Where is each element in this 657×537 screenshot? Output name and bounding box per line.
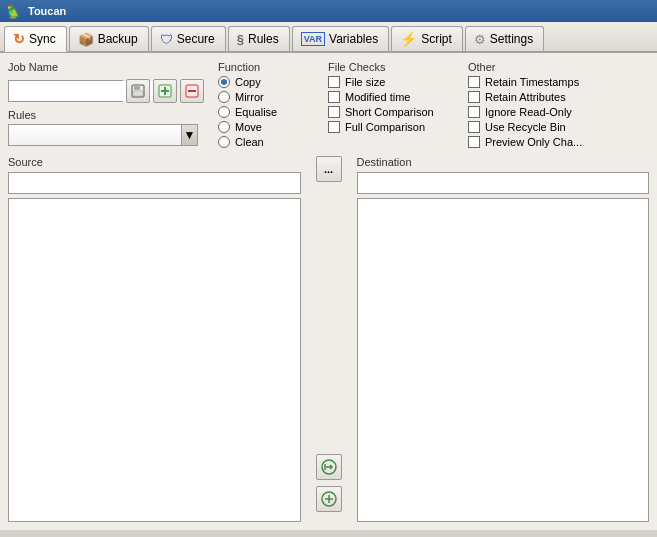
destination-path-input[interactable] [357, 172, 650, 194]
check-file-size[interactable]: File size [328, 76, 458, 88]
radio-copy[interactable]: Copy [218, 76, 318, 88]
radio-mirror[interactable]: Mirror [218, 91, 318, 103]
top-section: Job Name ▼ [8, 61, 649, 148]
check-retain-timestamps[interactable]: Retain Timestamps [468, 76, 598, 88]
check-use-recycle-bin[interactable]: Use Recycle Bin [468, 121, 598, 133]
svg-rect-2 [133, 91, 143, 96]
bottom-section: Source ... [8, 156, 649, 522]
check-short-comparison[interactable]: Short Comparison [328, 106, 458, 118]
sync-icon: ↻ [13, 31, 25, 47]
other-panel: Other Retain Timestamps Retain Attribute… [468, 61, 598, 148]
tab-settings[interactable]: ⚙ Settings [465, 26, 544, 51]
destination-panel: Destination [357, 156, 650, 522]
radio-clean[interactable]: Clean [218, 136, 318, 148]
destination-label: Destination [357, 156, 650, 168]
function-panel: Function Copy Mirror Equalise Move Clean [218, 61, 318, 148]
source-path-row [8, 172, 301, 194]
check-full-comparison[interactable]: Full Comparison [328, 121, 458, 133]
rules-icon: § [237, 32, 244, 47]
source-file-list [8, 198, 301, 522]
middle-controls: ... [311, 156, 347, 522]
remove-job-button[interactable] [180, 79, 204, 103]
check-retain-timestamps-box[interactable] [468, 76, 480, 88]
check-full-comparison-box[interactable] [328, 121, 340, 133]
radio-equalise[interactable]: Equalise [218, 106, 318, 118]
check-preview-only-changes-box[interactable] [468, 136, 480, 148]
radio-clean-btn[interactable] [218, 136, 230, 148]
variables-icon: VAR [301, 32, 325, 46]
tab-bar: ↻ Sync 📦 Backup 🛡 Secure § Rules VAR Var… [0, 22, 657, 53]
check-preview-only-changes[interactable]: Preview Only Cha... [468, 136, 598, 148]
rules-dropdown[interactable]: ▼ [8, 124, 198, 146]
radio-copy-btn[interactable] [218, 76, 230, 88]
tab-rules[interactable]: § Rules [228, 26, 290, 51]
title-bar: 🦜 Toucan [0, 0, 657, 22]
content-area: Job Name ▼ [0, 53, 657, 530]
function-label: Function [218, 61, 318, 73]
rules-section: Rules ▼ [8, 109, 208, 146]
check-ignore-read-only[interactable]: Ignore Read-Only [468, 106, 598, 118]
check-use-recycle-bin-box[interactable] [468, 121, 480, 133]
check-file-size-box[interactable] [328, 76, 340, 88]
tab-sync[interactable]: ↻ Sync [4, 26, 67, 52]
tab-script[interactable]: ⚡ Script [391, 26, 463, 51]
job-name-row: ▼ [8, 79, 208, 103]
app-icon: 🦜 [6, 4, 22, 19]
secure-icon: 🛡 [160, 32, 173, 47]
other-label: Other [468, 61, 598, 73]
tab-backup[interactable]: 📦 Backup [69, 26, 149, 51]
radio-equalise-btn[interactable] [218, 106, 230, 118]
check-short-comparison-box[interactable] [328, 106, 340, 118]
settings-icon: ⚙ [474, 32, 486, 47]
check-ignore-read-only-box[interactable] [468, 106, 480, 118]
save-job-button[interactable] [126, 79, 150, 103]
job-name-label: Job Name [8, 61, 208, 73]
script-icon: ⚡ [400, 31, 417, 47]
radio-mirror-btn[interactable] [218, 91, 230, 103]
source-path-input[interactable] [8, 172, 301, 194]
add-job-button[interactable] [153, 79, 177, 103]
rules-dropdown-arrow[interactable]: ▼ [181, 125, 197, 145]
check-modified-time-box[interactable] [328, 91, 340, 103]
destination-path-row [357, 172, 650, 194]
left-panel: Job Name ▼ [8, 61, 208, 148]
file-checks-label: File Checks [328, 61, 458, 73]
rules-input[interactable] [9, 125, 181, 145]
add-transfer-button[interactable] [316, 486, 342, 512]
radio-move-btn[interactable] [218, 121, 230, 133]
destination-file-list [357, 198, 650, 522]
file-checks-panel: File Checks File size Modified time Shor… [328, 61, 458, 148]
tab-variables[interactable]: VAR Variables [292, 26, 389, 51]
source-label: Source [8, 156, 301, 168]
source-panel: Source [8, 156, 301, 522]
tab-secure[interactable]: 🛡 Secure [151, 26, 226, 51]
transfer-sync-button[interactable] [316, 454, 342, 480]
check-retain-attributes-box[interactable] [468, 91, 480, 103]
check-retain-attributes[interactable]: Retain Attributes [468, 91, 598, 103]
svg-rect-1 [134, 85, 140, 90]
check-modified-time[interactable]: Modified time [328, 91, 458, 103]
app-title: Toucan [28, 5, 66, 17]
radio-move[interactable]: Move [218, 121, 318, 133]
rules-label: Rules [8, 109, 208, 121]
browse-destination-button[interactable]: ... [316, 156, 342, 182]
backup-icon: 📦 [78, 32, 94, 47]
